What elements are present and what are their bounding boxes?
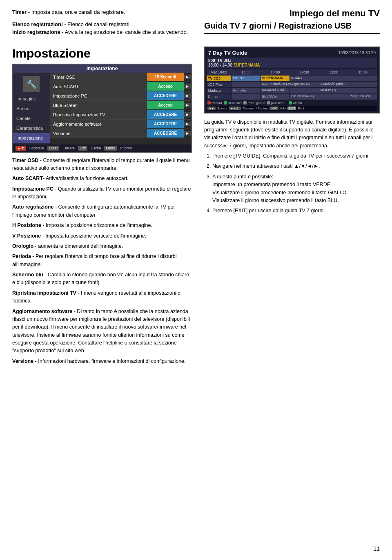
tv-guide-legend: Record Reminder Prec. giorno prossimo ..…	[207, 100, 377, 106]
para-ripristina: Ripristina impostazioni TV - I menu veng…	[12, 289, 192, 305]
section-title: Guida TV 7 giorni / Registrazione USB	[204, 21, 380, 31]
time-header-1330: 13:30	[232, 69, 261, 75]
cell-joj-5	[348, 76, 377, 81]
para-auto-regolazione: Auto regolazione - Consente di configura…	[12, 203, 192, 219]
time-header-1500: 15:00	[319, 69, 348, 75]
menu-value-blue-screen: Acceso	[147, 101, 184, 109]
tv-guide-header: 7 Day TV Guide 19/03/2013 13:30:20	[207, 49, 377, 57]
step-2: Navigare nel menu attraverso i tasti ▲/▼…	[212, 162, 380, 170]
nav-label-move: Spostare	[29, 146, 44, 150]
ch-doma: Doma	[207, 94, 231, 100]
nav-key-enter: Enter	[47, 146, 60, 151]
tv-guide-info-bar: 800 TV JOJ 13:00 - 14:00 SUPERMAMA	[207, 58, 377, 68]
legend-record: Record	[207, 101, 222, 105]
intro-line-2: Elenco registrazioni - Elenco dei canali…	[12, 20, 192, 36]
menu-value-aggiornamento: ACCEDERE	[147, 120, 184, 128]
right-column: 7 Day TV Guide 19/03/2013 13:30:20 800 T…	[204, 47, 380, 368]
cell-doma-2: SULTÃAN	[261, 94, 290, 100]
nav-key-menu: Menu	[104, 146, 117, 151]
legend-dot-prossimo	[267, 101, 270, 104]
settings-icon: 🔧	[23, 76, 40, 92]
menu-arrow-versione: ►	[184, 131, 191, 136]
cell-markiza-2: OdloÅženÃ½ prÃ­pad III. (4)	[261, 88, 290, 93]
cell-joj-1: TV JOJ	[232, 76, 261, 81]
menu-arrow-auto-scart: ►	[184, 84, 191, 89]
cell-doma-5: lZeny z rodu Gil.	[348, 94, 377, 100]
para-v-posizione: V Posizione - Imposta la posizione verti…	[12, 232, 192, 240]
info-time: 13:00 - 14:00	[208, 63, 234, 67]
legend-label-watch: Watch	[293, 101, 302, 105]
cell-markiza-4: Monk IV. (7)	[319, 88, 348, 93]
menu-label-aggiornamento: Aggiornamento software	[50, 120, 147, 129]
para-timer-osd: Timer OSD - Consente di regolare l'inter…	[12, 157, 192, 173]
impostazione-heading: Impostazione	[12, 47, 192, 60]
para-versione: Versione - Informazioni hardware, firmwa…	[12, 358, 192, 365]
legend-dot-record	[207, 101, 211, 104]
nav-label-info: Info	[280, 107, 285, 110]
nav-label-sposta: Sposta	[217, 107, 227, 110]
legend-prec: Prec. giorno	[243, 101, 265, 105]
menu-label-versione: Versione	[50, 129, 147, 138]
info-show: SUPERMAMA	[234, 63, 260, 67]
menu-row-auto-scart: Auto SCART Acceso ►	[50, 82, 191, 91]
menu-content: Timer OSD 15 Secondi ► Auto SCART Acceso…	[50, 73, 191, 144]
cell-doma-3: O.C. California II (15)	[290, 94, 319, 100]
sidebar-item-impostazione[interactable]: Impostazione	[13, 133, 50, 143]
page-number: 11	[373, 545, 380, 552]
menu-label-blue-screen: Blue Screen	[50, 101, 147, 110]
menu-row-blue-screen: Blue Screen Acceso ►	[50, 101, 191, 110]
cell-joj-3: KuriÅer	[290, 76, 319, 81]
tv-guide-datetime: 19/03/2013 13:30:20	[338, 51, 376, 55]
legend-dot-prec	[243, 101, 247, 104]
intro-left: Timer - Imposta data, ora e canali da re…	[12, 8, 192, 40]
tv-guide-row-jojplus: JOJ Plus C.S.I.: KriminÃ¡lka Las Vegas X…	[207, 82, 377, 87]
cell-jojplus-3: SkutoÄnÃ© panÃ­lky z Oran.	[319, 82, 348, 87]
tv-guide-nav-bar: ◄► Sposta ◄◄ †† Pagina - / Pagina INFO I…	[207, 106, 377, 111]
info-channel: 800 TV JOJ	[208, 58, 232, 63]
menu-label-timer-osd: Timer OSD	[50, 73, 147, 82]
body-text-left: Timer OSD - Consente di regolare l'inter…	[12, 157, 192, 366]
legend-label-prossimo: prossimo ..	[271, 101, 287, 105]
para-schermo-blu: Schermo blu - Cambia lo sfondo quando no…	[12, 271, 192, 287]
nav-label-menu: Ritorno	[120, 146, 132, 150]
sidebar-item-caratteristica[interactable]: Caratteristica	[13, 123, 50, 133]
menu-arrow-ripristina: ►	[184, 112, 191, 117]
nav-label-enter: Entrare	[62, 146, 75, 150]
cell-markiza-3	[290, 88, 319, 93]
cell-doma-1	[232, 94, 261, 100]
menu-sidebar: 🔧 Immagine Suono Canale Caratteristica I…	[13, 73, 50, 144]
nav-key-info: INFO	[270, 107, 279, 110]
legend-label-reminder: Reminder	[228, 101, 242, 105]
menu-label-ripristina: Ripristina Impostazioni TV	[50, 110, 147, 119]
legend-dot-watch	[289, 101, 292, 104]
legend-label-record: Record	[212, 101, 222, 105]
legend-watch: Watch	[289, 101, 302, 105]
menu-value-impostazione-pc: ACCEDERE	[147, 91, 184, 100]
menu-arrow-blue-screen: ►	[184, 103, 191, 107]
time-header-1400: 14:00	[261, 69, 290, 75]
menu-arrow-timer-osd: ►	[184, 75, 191, 79]
sidebar-item-immagine[interactable]: Immagine	[13, 94, 50, 104]
ch-markiza: Markiza	[207, 88, 231, 93]
para-h-posizione: H Posizione - Imposta la posizione orizz…	[12, 222, 192, 229]
tv-guide-time-header: Mar 19/03 13:30 14:00 14:30 15:00 15:30	[207, 69, 377, 75]
cell-jojplus-1	[232, 82, 261, 87]
tv-guide-row-doma: Doma SULTÃAN O.C. California II (15) lZe…	[207, 94, 377, 100]
menu-row-versione: Versione ACCEDERE ►	[50, 129, 191, 138]
cell-doma-4	[319, 94, 348, 100]
nav-label-pagina: Pagina - / Pagina	[243, 107, 267, 110]
tv-guide-row-joj: TV JOJ TV JOJ SUPERMAMA KuriÅer	[207, 76, 377, 81]
menu-screenshot: Impostazione 🔧 Immagine Suono Canale Car…	[12, 64, 192, 153]
intro-line-1: Timer - Imposta data, ora e canali da re…	[12, 8, 192, 16]
sidebar-item-canale[interactable]: Canale	[13, 113, 50, 123]
legend-prossimo: prossimo ..	[267, 101, 287, 105]
sidebar-item-suono[interactable]: Suono	[13, 104, 50, 113]
nav-key-move: ▲▼	[16, 146, 26, 151]
time-header-1430: 14:30	[290, 69, 319, 75]
menu-row-impostazione-pc: Impostazione PC ACCEDERE ►	[50, 91, 191, 101]
step-1: Premere [TV GUIDE]. Comparirà la guida T…	[212, 152, 380, 160]
para-impostazione-pc: Impostazione PC - Quando si utilizza la …	[12, 185, 192, 201]
nav-label-exit: Esci	[298, 107, 304, 110]
time-header-date: Mar 19/03	[207, 69, 231, 75]
nav-key-exit: Exit	[78, 146, 87, 151]
